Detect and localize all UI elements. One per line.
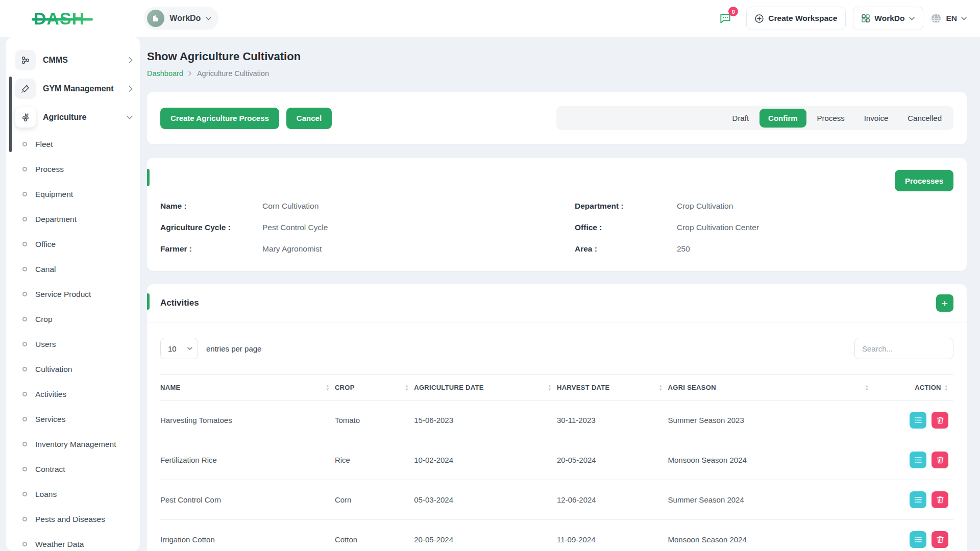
sidebar-item-crop[interactable]: Crop <box>15 307 133 332</box>
sidebar-item-inventory-management[interactable]: Inventory Management <box>15 432 133 457</box>
column-label: NAME <box>160 384 180 391</box>
sidebar-item-activities[interactable]: Activities <box>15 382 133 407</box>
sidebar-item-process[interactable]: Process <box>15 157 133 182</box>
search-input[interactable] <box>854 338 953 359</box>
bullet-icon <box>22 542 27 546</box>
column-label: AGRI SEASON <box>668 384 716 391</box>
sidebar-item-services[interactable]: Services <box>15 407 133 432</box>
sidebar-subitem-label: Process <box>35 165 64 174</box>
sidebar-item-pests-and-diseases[interactable]: Pests and Diseases <box>15 507 133 532</box>
sidebar-item-department[interactable]: Department <box>15 207 133 232</box>
logo-strike-decoration <box>32 18 93 20</box>
cell-harvest-date: 30-11-2023 <box>557 400 668 440</box>
column-header-name[interactable]: NAME▲▼ <box>160 375 335 400</box>
column-header-agri-season[interactable]: AGRI SEASON▲▼ <box>668 375 874 400</box>
status-cancelled[interactable]: Cancelled <box>899 109 950 128</box>
language-code: EN <box>946 14 957 23</box>
status-process[interactable]: Process <box>808 109 853 128</box>
cell-agriculture-date: 10-02-2024 <box>414 440 557 480</box>
sidebar-item-canal[interactable]: Canal <box>15 257 133 282</box>
entries-per-page-select[interactable]: 10 <box>160 338 198 359</box>
messages-button[interactable]: 0 <box>716 9 735 28</box>
app-switcher-button[interactable]: WorkDo <box>853 7 923 30</box>
field-value: Corn Cultivation <box>262 202 318 211</box>
column-header-agriculture-date[interactable]: AGRICULTURE DATE▲▼ <box>414 375 557 400</box>
cell-agri-season: Monsoon Season 2024 <box>668 520 874 551</box>
workspace-name: WorkDo <box>169 14 201 23</box>
list-icon <box>914 496 922 504</box>
app-switcher-label: WorkDo <box>874 14 904 23</box>
view-details-button[interactable] <box>910 531 926 548</box>
delete-button[interactable] <box>932 452 948 468</box>
cell-actions <box>874 400 953 440</box>
sidebar-item-equipment[interactable]: Equipment <box>15 182 133 207</box>
bullet-icon <box>22 242 27 246</box>
sidebar-item-loans[interactable]: Loans <box>15 482 133 507</box>
sidebar-subitem-label: Cultivation <box>35 365 72 374</box>
create-agriculture-process-button[interactable]: Create Agriculture Process <box>160 108 279 129</box>
field-label: Area : <box>575 244 677 254</box>
breadcrumb-dashboard-link[interactable]: Dashboard <box>147 69 183 78</box>
cell-name: Fertilization Rice <box>160 440 335 480</box>
status-invoice[interactable]: Invoice <box>855 109 897 128</box>
sidebar: CMMS GYM Management Agriculture Fleet Pr… <box>6 37 140 551</box>
actions-card: Create Agriculture Process Cancel Draft … <box>147 92 967 144</box>
language-selector[interactable]: EN <box>930 13 967 24</box>
sidebar-item-service-product[interactable]: Service Product <box>15 282 133 307</box>
workspace-selector[interactable]: WorkDo <box>144 7 218 30</box>
breadcrumb: Dashboard Agriculture Cultivation <box>147 69 967 78</box>
card-accent-decoration <box>147 293 150 310</box>
sidebar-item-users[interactable]: Users <box>15 332 133 357</box>
table-row: Pest Control Corn Corn 05-03-2024 12-06-… <box>160 480 953 520</box>
column-header-crop[interactable]: CROP▲▼ <box>335 375 414 400</box>
cancel-button[interactable]: Cancel <box>286 108 332 129</box>
sidebar-item-cultivation[interactable]: Cultivation <box>15 357 133 382</box>
sidebar-subitem-label: Contract <box>35 465 65 474</box>
view-details-button[interactable] <box>910 491 926 508</box>
app-logo[interactable]: DASH <box>34 9 85 29</box>
column-header-harvest-date[interactable]: HARVEST DATE▲▼ <box>557 375 668 400</box>
sidebar-item-label: Agriculture <box>43 113 119 122</box>
sidebar-scrollbar[interactable] <box>9 77 12 152</box>
activities-title: Activities <box>160 298 199 308</box>
status-confirm[interactable]: Confirm <box>760 109 806 128</box>
column-header-action[interactable]: ACTION▲▼ <box>874 375 953 400</box>
sidebar-item-cmms[interactable]: CMMS <box>15 46 133 74</box>
cell-crop: Tomato <box>335 400 414 440</box>
add-activity-button[interactable]: + <box>936 294 953 312</box>
sidebar-item-label: GYM Management <box>43 84 121 93</box>
field-label: Department : <box>575 202 677 211</box>
sort-icon: ▲▼ <box>326 384 330 391</box>
view-details-button[interactable] <box>910 412 926 429</box>
top-header: DASH WorkDo 0 Create Workspace WorkDo <box>0 0 980 37</box>
delete-button[interactable] <box>932 531 948 548</box>
chevron-right-icon <box>188 71 192 76</box>
agriculture-icon <box>15 107 36 128</box>
sidebar-item-contract[interactable]: Contract <box>15 457 133 482</box>
cell-actions <box>874 480 953 520</box>
chevron-right-icon <box>129 57 133 63</box>
bullet-icon <box>22 142 27 146</box>
activities-header: Activities + <box>147 284 967 322</box>
sidebar-item-fleet[interactable]: Fleet <box>15 132 133 157</box>
delete-button[interactable] <box>932 412 948 429</box>
sidebar-item-gym-management[interactable]: GYM Management <box>15 74 133 103</box>
sidebar-subitem-label: Inventory Management <box>35 440 116 449</box>
create-workspace-button[interactable]: Create Workspace <box>746 7 846 30</box>
sidebar-item-agriculture[interactable]: Agriculture <box>15 103 133 132</box>
processes-button[interactable]: Processes <box>895 170 953 191</box>
table-row: Fertilization Rice Rice 10-02-2024 20-05… <box>160 440 953 480</box>
field-agriculture-cycle: Agriculture Cycle : Pest Control Cycle <box>160 223 539 232</box>
delete-button[interactable] <box>932 491 948 508</box>
sidebar-item-weather-data[interactable]: Weather Data <box>15 532 133 551</box>
field-farmer: Farmer : Mary Agronomist <box>160 244 539 254</box>
status-draft[interactable]: Draft <box>724 109 758 128</box>
view-details-button[interactable] <box>910 452 926 468</box>
sort-icon: ▲▼ <box>405 384 409 391</box>
cell-crop: Cotton <box>335 520 414 551</box>
sidebar-item-office[interactable]: Office <box>15 232 133 257</box>
gym-icon <box>15 79 36 99</box>
sort-icon: ▲▼ <box>944 384 948 391</box>
notification-badge: 0 <box>728 7 738 16</box>
cell-agriculture-date: 15-06-2023 <box>414 400 557 440</box>
